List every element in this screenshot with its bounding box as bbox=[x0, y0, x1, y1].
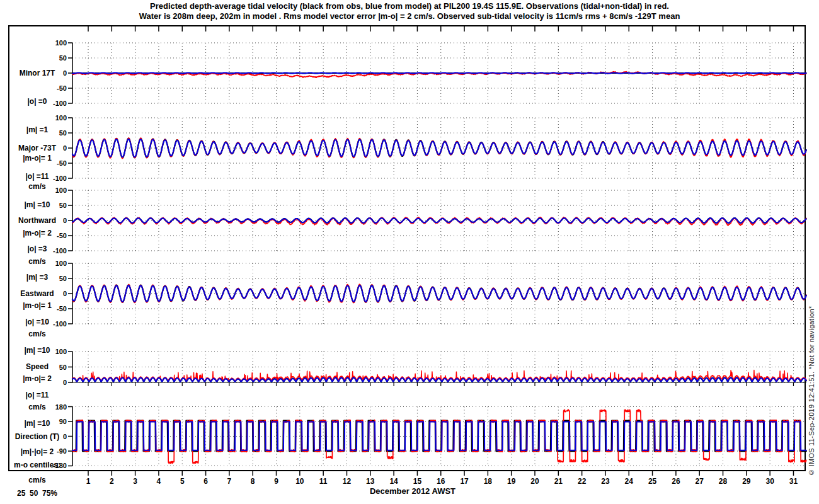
panel-label-line: Minor 17T bbox=[4, 69, 71, 78]
svg-text:1: 1 bbox=[86, 477, 91, 486]
panel-label-line: |o| =11 bbox=[4, 391, 71, 400]
tidal-plot-svg: 100500-50-100100500-50-100100500-50-1001… bbox=[0, 0, 819, 504]
svg-text:29: 29 bbox=[742, 477, 751, 486]
panel-label-line: m-o centiles: bbox=[4, 461, 71, 470]
panel-label-line: |o| =3 bbox=[4, 244, 71, 254]
svg-text:26: 26 bbox=[672, 477, 680, 486]
svg-text:21: 21 bbox=[554, 477, 563, 486]
svg-text:9: 9 bbox=[274, 477, 278, 486]
svg-text:17: 17 bbox=[460, 477, 469, 486]
svg-text:100: 100 bbox=[55, 39, 67, 47]
imos-watermark: © IMOS 11-Sep-2019 12:41:51. *Not for na… bbox=[808, 244, 818, 476]
svg-text:18: 18 bbox=[484, 477, 493, 486]
panel-label-line: |o| =0 bbox=[4, 97, 71, 106]
svg-text:16: 16 bbox=[437, 477, 445, 486]
svg-text:20: 20 bbox=[530, 477, 539, 486]
svg-text:6: 6 bbox=[203, 477, 208, 486]
svg-text:7: 7 bbox=[227, 477, 232, 486]
panel-label-line: |o| =10 bbox=[4, 318, 71, 327]
panel-label-line: 25 50 75% bbox=[4, 489, 71, 498]
svg-text:22: 22 bbox=[578, 477, 587, 486]
panel-label-line: Northward bbox=[4, 216, 71, 226]
svg-text:5: 5 bbox=[180, 477, 185, 486]
svg-text:4: 4 bbox=[157, 477, 161, 486]
svg-text:28: 28 bbox=[719, 477, 728, 486]
svg-text:14: 14 bbox=[389, 477, 398, 486]
panel-label-line: Major -73T bbox=[4, 144, 71, 153]
svg-text:11: 11 bbox=[319, 477, 328, 486]
panel-labels-direction: Direction (T) m-o centiles: 25 50 75% -9… bbox=[4, 413, 71, 504]
svg-text:23: 23 bbox=[601, 477, 610, 486]
panel-label-line: |o| =11 bbox=[4, 172, 71, 181]
svg-text:10: 10 bbox=[295, 477, 304, 486]
svg-text:24: 24 bbox=[625, 477, 634, 486]
panel-label-line: Direction (T) bbox=[4, 432, 71, 442]
svg-text:12: 12 bbox=[343, 477, 352, 486]
svg-text:8: 8 bbox=[251, 477, 255, 486]
svg-text:25: 25 bbox=[648, 477, 657, 486]
svg-text:31: 31 bbox=[789, 477, 798, 486]
svg-text:13: 13 bbox=[366, 477, 375, 486]
svg-text:December 2012 AWST: December 2012 AWST bbox=[370, 486, 455, 496]
svg-text:19: 19 bbox=[507, 477, 516, 486]
svg-text:27: 27 bbox=[696, 477, 704, 486]
svg-text:2: 2 bbox=[110, 477, 114, 486]
svg-text:15: 15 bbox=[413, 477, 422, 486]
panel-label-line: Speed bbox=[4, 362, 71, 372]
svg-text:3: 3 bbox=[133, 477, 137, 486]
svg-text:30: 30 bbox=[765, 477, 774, 486]
panel-label-line: Eastward bbox=[4, 289, 71, 299]
